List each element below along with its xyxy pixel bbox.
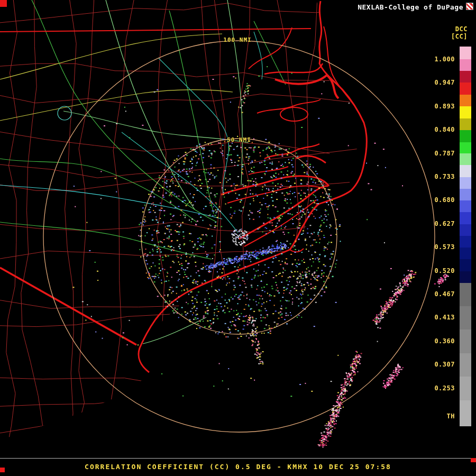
color-scale-segment — [460, 130, 471, 142]
range-ring-50nmi — [141, 139, 337, 334]
legend-product-code: DCC — [455, 25, 468, 33]
color-scale-segment — [460, 236, 471, 248]
status-separator-line — [0, 458, 476, 459]
corner-marker-bottom-left — [0, 468, 5, 472]
color-scale-segment — [460, 283, 471, 306]
legend-threshold-label: TH — [447, 413, 455, 420]
radar-product-view: 100 NMI 50 NMI NEXLAB-College of DuPage … — [0, 0, 476, 476]
color-scale-bar — [460, 47, 471, 426]
color-scale-segment — [460, 118, 471, 130]
legend-tick: 0.680 — [434, 196, 455, 204]
legend-tick: 0.520 — [434, 267, 455, 274]
legend-tick: 0.413 — [434, 314, 455, 321]
legend-units-label: [CC] — [451, 33, 468, 40]
status-bar-text: CORRELATION COEFFICIENT (CC) 0.5 DEG - K… — [0, 463, 476, 471]
corner-marker-bottom-right — [471, 458, 476, 462]
legend-tick: 0.947 — [434, 79, 455, 86]
legend-tick: 0.467 — [434, 290, 455, 298]
color-scale-segment — [460, 377, 471, 400]
color-scale-segment — [460, 153, 471, 165]
legend-tick: 0.307 — [434, 361, 455, 368]
color-scale-segment — [460, 47, 471, 59]
color-scale-segment — [460, 200, 471, 212]
color-scale-segment — [460, 271, 471, 283]
color-scale-segment — [460, 165, 471, 177]
color-scale-segment — [460, 177, 471, 189]
county-boundaries — [0, 0, 359, 463]
range-rings — [43, 41, 435, 432]
color-scale-segment — [460, 59, 471, 71]
color-scale-segment — [460, 189, 471, 200]
color-scale-segment — [460, 83, 471, 95]
color-scale-segment — [460, 248, 471, 259]
legend-tick: 0.253 — [434, 385, 455, 392]
legend-tick: 0.360 — [434, 337, 455, 345]
color-scale-segment — [460, 259, 471, 271]
site-title: NEXLAB-College of DuPage — [358, 3, 463, 11]
color-scale-segment — [460, 95, 471, 106]
legend-tick: 0.573 — [434, 243, 455, 251]
legend-tick: 0.840 — [434, 126, 455, 133]
range-ring-label-50nmi: 50 NMI — [227, 136, 251, 143]
legend-tick: 0.893 — [434, 103, 455, 110]
legend-tick: 1.000 — [434, 56, 455, 63]
color-scale-segment — [460, 106, 471, 118]
corner-marker-top-left — [0, 0, 7, 7]
color-scale-segment — [460, 306, 471, 329]
color-scale-segment — [460, 142, 471, 153]
range-ring-label-100nmi: 100 NMI — [223, 36, 251, 43]
station-logo-icon — [466, 3, 473, 10]
legend-tick: 0.627 — [434, 220, 455, 227]
color-scale-segment — [460, 212, 471, 224]
radar-basemap — [0, 0, 476, 476]
color-scale-segment — [460, 224, 471, 236]
color-scale-segment — [460, 71, 471, 83]
color-scale-segment — [460, 353, 471, 377]
legend-tick: 0.733 — [434, 173, 455, 180]
range-ring-100nmi — [43, 41, 435, 432]
legend-tick: 0.787 — [434, 150, 455, 157]
color-scale-segment — [460, 400, 471, 426]
color-scale-segment — [460, 329, 471, 353]
